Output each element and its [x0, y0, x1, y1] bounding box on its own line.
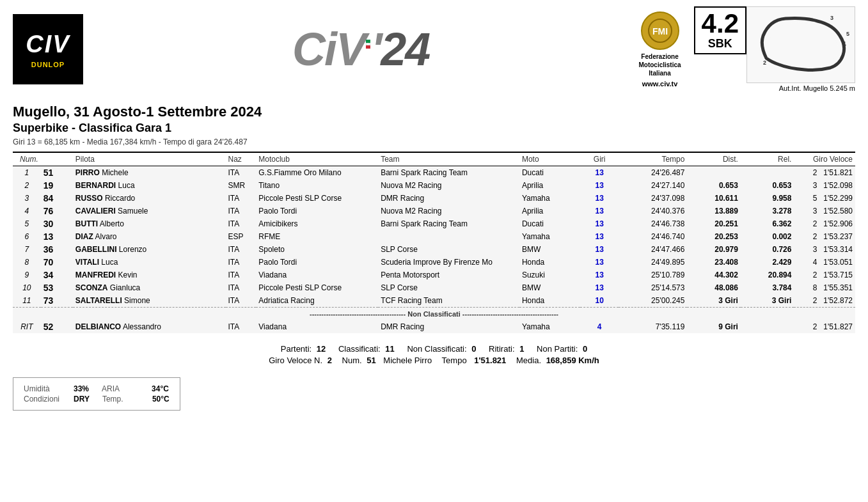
num: 53: [41, 281, 73, 294]
gv: 4 1'53.051: [794, 256, 855, 269]
header-dist: Dist.: [687, 152, 741, 166]
giro-veloce-pilot: Michele Pirro: [383, 356, 432, 365]
naz: ITA: [226, 205, 256, 217]
civ-logo-text: CIV: [26, 31, 70, 58]
pos: 8: [13, 256, 41, 269]
pilot: DELBIANCO Alessandro: [73, 320, 226, 333]
fed-name: FederazioneMotociclisticaItaliana: [638, 52, 681, 77]
team: Nuova M2 Racing: [378, 205, 519, 217]
giri: 13: [580, 192, 619, 205]
race-title: Superbike - Classifica Gara 1: [13, 122, 855, 135]
pilot: VITALI Luca: [73, 256, 226, 269]
table-row: 10 53 SCONZA Gianluca ITA Piccole Pesti …: [13, 281, 855, 294]
naz: ITA: [226, 269, 256, 281]
civ-text: C: [292, 23, 324, 75]
giri: 13: [580, 256, 619, 269]
table-row: 1 51 PIRRO Michele ITA G.S.Fiamme Oro Mi…: [13, 166, 855, 180]
moto: Yamaha: [519, 320, 580, 333]
umidita-label: Umidità: [24, 384, 68, 393]
team: [378, 230, 519, 243]
non-partiti-label: Non Partiti:: [537, 344, 578, 354]
giri: 13: [580, 217, 619, 230]
club: Amicibikers: [256, 217, 378, 230]
pilot: CAVALIERI Samuele: [73, 205, 226, 217]
giri: 13: [580, 230, 619, 243]
tempo-val: 1'51.821: [474, 356, 506, 365]
race-info: Giri 13 = 68,185 km - Media 167,384 km/h…: [13, 137, 855, 146]
pilot-last: SCONZA: [75, 283, 108, 292]
team: DMR Racing: [378, 192, 519, 205]
header-gv: Giro Veloce: [794, 152, 855, 166]
dist: 48.086: [687, 281, 741, 294]
pilot-last: SALTARELLI: [75, 296, 122, 305]
pilot-last: PIRRO: [75, 168, 100, 177]
naz: ITA: [226, 166, 256, 180]
aria-label: ARIA: [102, 384, 146, 393]
naz: ESP: [226, 230, 256, 243]
dist: 3 Giri: [687, 294, 741, 308]
track-label: Aut.Int. Mugello 5.245 m: [746, 84, 855, 92]
table-row: RIT 52 DELBIANCO Alessandro ITA Viadana …: [13, 320, 855, 333]
civ-text-v: V: [336, 23, 365, 75]
partenti-label: Partenti:: [281, 344, 312, 354]
table-row: 11 73 SALTARELLI Simone ITA Adriatica Ra…: [13, 294, 855, 308]
header-tempo: Tempo: [619, 152, 687, 166]
pos: 11: [13, 294, 41, 308]
club: Paolo Tordi: [256, 205, 378, 217]
giri: 13: [580, 179, 619, 192]
table-row: 2 19 BERNARDI Luca SMR Titano Nuova M2 R…: [13, 179, 855, 192]
separator-row: ----------------------------------------…: [13, 308, 855, 321]
num: 30: [41, 217, 73, 230]
page-container: CIV DUNLOP C i V ' 24: [0, 0, 868, 418]
tempo: 24'27.140: [619, 179, 687, 192]
race-badge: 4.2 SBK: [694, 6, 746, 54]
club: Paolo Tordi: [256, 256, 378, 269]
num: 19: [41, 179, 73, 192]
pilot: SALTARELLI Simone: [73, 294, 226, 308]
civ-text-i: i: [324, 23, 336, 75]
table-row: 6 13 DIAZ Alvaro ESP RFME Yamaha 13 24'4…: [13, 230, 855, 243]
pos: 9: [13, 269, 41, 281]
condizioni-label: Condizioni: [24, 395, 68, 404]
club: Spoleto: [256, 243, 378, 256]
fed-emblem-svg: FMI: [647, 18, 673, 43]
pos: 2: [13, 179, 41, 192]
pilot-last: BERNARDI: [75, 181, 116, 190]
weather-box: Umidità 33% ARIA 34°C Condizioni DRY Tem…: [13, 377, 180, 411]
pilot-last: DELBIANCO: [75, 322, 121, 331]
club: Piccole Pesti SLP Corse: [256, 192, 378, 205]
giro-veloce-num: 2: [327, 356, 332, 365]
stats-line-2: Giro Veloce N. 2 Num. 51 Michele Pirro T…: [13, 356, 855, 365]
header-moto: Moto: [519, 152, 580, 166]
umidita-val: 33%: [74, 384, 89, 393]
pos: 10: [13, 281, 41, 294]
naz: SMR: [226, 179, 256, 192]
rel: 3 Giri: [741, 294, 794, 308]
num-val: 51: [367, 356, 375, 365]
dist: 0.653: [687, 179, 741, 192]
giro-veloce-label: Giro Veloce N.: [269, 356, 322, 365]
gv: 3 1'52.580: [794, 205, 855, 217]
tempo-label: Tempo: [442, 356, 467, 365]
gv: 2 1'53.715: [794, 269, 855, 281]
club: Viadana: [256, 320, 378, 333]
ritirati-val: 1: [519, 344, 524, 354]
race-info-box: 4.2 SBK 1 3 5: [694, 6, 855, 92]
svg-text:FMI: FMI: [652, 26, 667, 36]
dist: 20.253: [687, 230, 741, 243]
header-naz: Naz: [226, 152, 256, 166]
rel: 9.958: [741, 192, 794, 205]
moto: Yamaha: [519, 230, 580, 243]
num: 84: [41, 192, 73, 205]
club: Viadana: [256, 269, 378, 281]
weather-row-1: Umidità 33% ARIA 34°C: [24, 384, 170, 393]
pilot: BUTTI Alberto: [73, 217, 226, 230]
table-row: 3 84 RUSSO Riccardo ITA Piccole Pesti SL…: [13, 192, 855, 205]
pilot-last: VITALI: [75, 258, 99, 267]
team: TCF Racing Team: [378, 294, 519, 308]
moto: BMW: [519, 281, 580, 294]
giri: 4: [580, 320, 619, 333]
tempo: 24'46.740: [619, 230, 687, 243]
rel: 0.653: [741, 179, 794, 192]
dist: 9 Giri: [687, 320, 741, 333]
